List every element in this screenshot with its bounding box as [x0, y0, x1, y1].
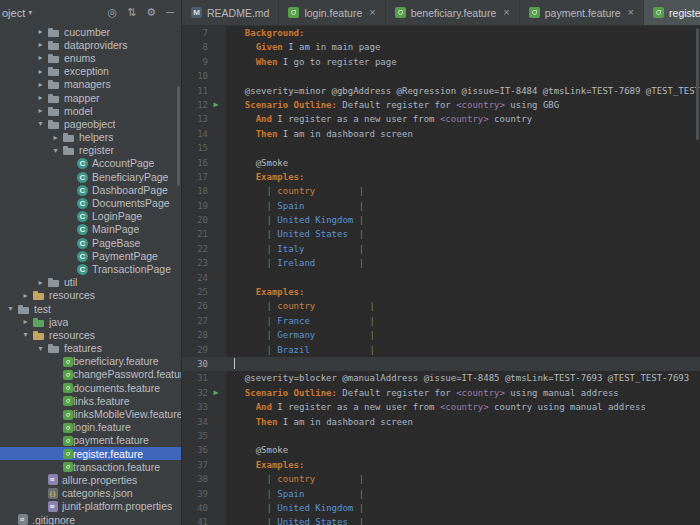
editor-line-39: 39 | Spain | — [182, 487, 700, 501]
chevron-collapsed-icon[interactable]: ▸ — [34, 40, 47, 49]
tree-item-login-feature[interactable]: login.feature — [0, 421, 181, 434]
tree-item-junit-platform-properties[interactable]: junit-platform.properties — [0, 500, 181, 513]
gutter-spacer — [208, 127, 224, 141]
gutter-cell: 40 — [182, 501, 226, 515]
class-icon — [77, 185, 88, 196]
tab-login-feature[interactable]: login.feature× — [279, 0, 385, 25]
gutter-spacer — [208, 515, 224, 525]
tab-label: README.md — [207, 7, 269, 19]
editor-line-15: 15 — [182, 141, 700, 155]
chevron-expanded-icon[interactable]: ▾ — [34, 119, 47, 128]
chevron-expanded-icon[interactable]: ▾ — [49, 146, 62, 155]
chevron-collapsed-icon[interactable]: ▸ — [34, 67, 47, 76]
collapse-all-icon[interactable]: ⇅ — [127, 0, 136, 25]
editor-scrollbar[interactable] — [696, 28, 699, 140]
chevron-collapsed-icon[interactable]: ▸ — [19, 291, 32, 300]
chevron-expanded-icon[interactable]: ▾ — [19, 330, 32, 339]
code-text: Background: — [226, 26, 700, 40]
markdown-icon — [191, 7, 202, 18]
tree-item-managers[interactable]: ▸managers — [0, 78, 181, 91]
class-icon — [77, 211, 88, 222]
editor-line-36: 36 @Smoke — [182, 443, 700, 457]
tree-item-features[interactable]: ▾features — [0, 342, 181, 355]
tree-item-changepassword-feature[interactable]: changePassword.feature — [0, 368, 181, 381]
tab-payment-feature[interactable]: payment.feature× — [520, 0, 644, 25]
gutter-cell: 27 — [182, 314, 226, 328]
tree-item-loginpage[interactable]: LoginPage — [0, 210, 181, 223]
close-tab-icon[interactable]: × — [503, 7, 509, 18]
tree-item-accountpage[interactable]: AccountPage — [0, 157, 181, 170]
tree-item-util[interactable]: ▸util — [0, 276, 181, 289]
tab-readme-md[interactable]: README.md — [182, 0, 279, 25]
tree-item-model[interactable]: ▸model — [0, 104, 181, 117]
tree-item-enums[interactable]: ▸enums — [0, 51, 181, 64]
chevron-expanded-icon[interactable]: ▾ — [4, 304, 17, 313]
tree-item-transactionpage[interactable]: TransactionPage — [0, 262, 181, 275]
tree-item-register-feature[interactable]: register.feature — [0, 447, 181, 460]
project-view-selector[interactable]: oject ▾ — [2, 7, 32, 19]
run-scenario-icon[interactable]: ▶ — [208, 386, 224, 400]
chevron-expanded-icon[interactable]: ▾ — [34, 344, 47, 353]
folder-icon — [47, 342, 60, 354]
chevron-collapsed-icon[interactable]: ▸ — [34, 53, 47, 62]
feature-icon — [288, 7, 299, 18]
tree-item-register[interactable]: ▾register — [0, 144, 181, 157]
project-tree-scrollbar[interactable] — [177, 86, 180, 186]
tab-beneficiary-feature[interactable]: beneficiary.feature× — [386, 0, 520, 25]
settings-icon[interactable]: ⚙ — [146, 0, 156, 25]
gutter-spacer — [208, 213, 224, 227]
editor-line-24: 24 — [182, 271, 700, 285]
close-tab-icon[interactable]: × — [369, 7, 375, 18]
tree-item-resources[interactable]: ▸resources — [0, 289, 181, 302]
tree-item-java[interactable]: ▸java — [0, 315, 181, 328]
locate-icon[interactable]: ◎ — [108, 0, 118, 25]
chevron-down-icon: ▾ — [28, 8, 32, 17]
tree-item-label: payment.feature — [73, 434, 149, 446]
tree-item-gitignore[interactable]: .gitignore — [0, 513, 181, 525]
tree-item-mainpage[interactable]: MainPage — [0, 223, 181, 236]
chevron-collapsed-icon[interactable]: ▸ — [34, 106, 47, 115]
gutter-spacer — [208, 199, 224, 213]
editor-line-12: 12▶ Scenario Outline: Default register f… — [182, 98, 700, 112]
tree-item-documents-feature[interactable]: documents.feature — [0, 381, 181, 394]
chevron-collapsed-icon[interactable]: ▸ — [19, 317, 32, 326]
code-text: Examples: — [226, 170, 700, 184]
tree-item-links-feature[interactable]: links.feature — [0, 394, 181, 407]
chevron-collapsed-icon[interactable]: ▸ — [49, 133, 62, 142]
line-number: 12 — [182, 98, 208, 112]
tree-item-allure-properties[interactable]: allure.properties — [0, 473, 181, 486]
line-number: 14 — [182, 127, 208, 141]
tree-item-exception[interactable]: ▸exception — [0, 65, 181, 78]
feature-icon — [63, 423, 73, 433]
tree-item-paymentpage[interactable]: PaymentPage — [0, 249, 181, 262]
tree-item-dataproviders[interactable]: ▸dataproviders — [0, 38, 181, 51]
gutter-spacer — [208, 256, 224, 270]
tree-item-categories-json[interactable]: categories.json — [0, 487, 181, 500]
chevron-collapsed-icon[interactable]: ▸ — [34, 278, 47, 287]
tree-item-resources[interactable]: ▾resources — [0, 328, 181, 341]
tree-item-beneficiary-feature[interactable]: beneficiary.feature — [0, 355, 181, 368]
tree-item-dashboardpage[interactable]: DashboardPage — [0, 183, 181, 196]
gutter-spacer — [208, 443, 224, 457]
tab-register-feature[interactable]: register.feature× — [644, 0, 700, 25]
chevron-collapsed-icon[interactable]: ▸ — [34, 80, 47, 89]
tree-item-documentspage[interactable]: DocumentsPage — [0, 196, 181, 209]
tree-item-test[interactable]: ▾test — [0, 302, 181, 315]
tree-item-beneficiarypage[interactable]: BeneficiaryPage — [0, 170, 181, 183]
close-tab-icon[interactable]: × — [628, 7, 634, 18]
tree-item-linksmobileview-feature[interactable]: linksMobileView.feature — [0, 407, 181, 420]
feature-icon — [529, 7, 540, 18]
hide-panel-icon[interactable]: ─ — [166, 0, 174, 25]
chevron-collapsed-icon[interactable]: ▸ — [34, 27, 47, 36]
editor[interactable]: 7 Background:8 Given I am in main page9 … — [182, 26, 700, 525]
chevron-collapsed-icon[interactable]: ▸ — [34, 93, 47, 102]
tree-item-transaction-feature[interactable]: transaction.feature — [0, 460, 181, 473]
tree-item-cucumber[interactable]: ▸cucumber — [0, 25, 181, 38]
tree-item-payment-feature[interactable]: payment.feature — [0, 434, 181, 447]
tree-item-mapper[interactable]: ▸mapper — [0, 91, 181, 104]
tree-item-helpers[interactable]: ▸helpers — [0, 131, 181, 144]
editor-line-37: 37 Examples: — [182, 458, 700, 472]
run-scenario-icon[interactable]: ▶ — [208, 98, 224, 112]
tree-item-pagebase[interactable]: PageBase — [0, 236, 181, 249]
tree-item-pageobject[interactable]: ▾pageobject — [0, 117, 181, 130]
